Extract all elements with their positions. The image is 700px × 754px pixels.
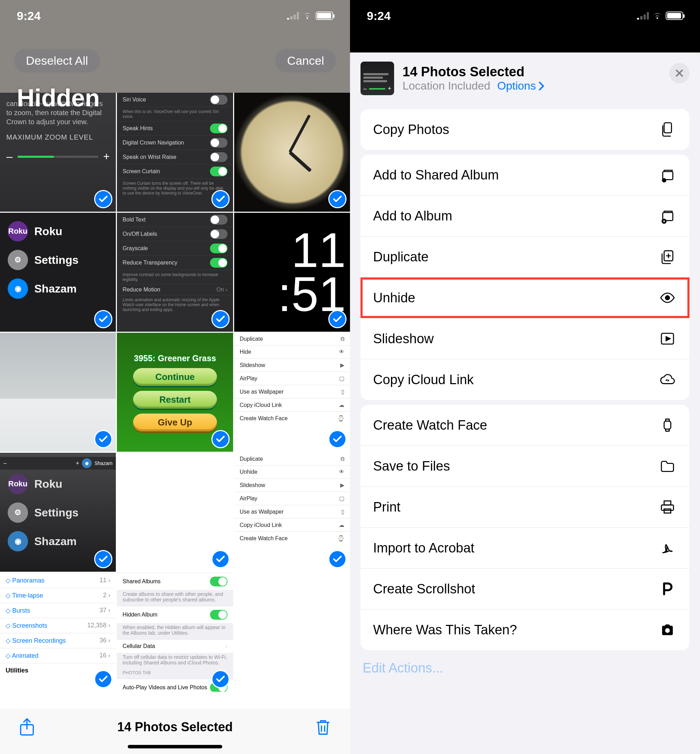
close-button[interactable] [669, 63, 689, 83]
selection-check-icon [328, 190, 347, 208]
svg-rect-11 [661, 505, 674, 510]
action-create-watch-face[interactable]: Create Watch Face [361, 405, 689, 445]
deselect-all-button[interactable]: Deselect All [14, 49, 100, 72]
photo-thumb[interactable]: 11 :51 [234, 213, 350, 332]
status-time: 9:24 [367, 9, 391, 23]
edit-actions-link[interactable]: Edit Actions... [350, 648, 700, 688]
photo-thumb[interactable]: RokuRoku⚙Settings◉Shazam [0, 213, 116, 332]
action-add-to-shared-album[interactable]: Add to Shared Album [361, 155, 689, 195]
play-icon [658, 330, 677, 347]
action-label: Copy Photos [373, 122, 449, 137]
folder-icon [658, 457, 677, 475]
action-label: Add to Shared Album [373, 168, 499, 183]
action-import-to-acrobat[interactable]: Import to Acrobat [361, 527, 689, 568]
cellular-icon [637, 12, 649, 20]
action-label: Import to Acrobat [373, 540, 474, 556]
status-time: 9:24 [17, 9, 41, 23]
selection-check-icon [211, 670, 230, 688]
action-label: Where Was This Taken? [373, 623, 517, 637]
status-bar: 9:24 [350, 0, 700, 31]
battery-icon [316, 11, 333, 20]
photo-grid: can double-tap with two fingers to zoom,… [0, 93, 350, 709]
photo-thumb[interactable] [117, 453, 233, 572]
selection-check-icon [94, 670, 112, 688]
photo-thumb[interactable]: Siri VoiceWhen this is on, VoiceOver wil… [117, 93, 233, 212]
cellular-icon [287, 12, 299, 20]
eye-icon [658, 289, 677, 306]
nav-bar: Deselect All Cancel [0, 49, 350, 72]
right-screen: 9:24 –+ 14 Photos Selected Location Incl… [350, 0, 700, 754]
action-label: Slideshow [373, 331, 434, 347]
photo-thumb[interactable]: Duplicate⧉Hide👁Slideshow▶AirPlay▢Use as … [234, 333, 350, 452]
svg-rect-12 [664, 501, 670, 505]
photo-thumb[interactable] [234, 93, 350, 212]
bottom-toolbar: 14 Photos Selected [0, 709, 350, 754]
action-label: Copy iCloud Link [373, 372, 473, 387]
action-label: Unhide [373, 290, 415, 306]
left-screen: 9:24 Deselect All Cancel Hidden can doub… [0, 0, 350, 754]
action-slideshow[interactable]: Slideshow [361, 318, 689, 359]
sheet-subtitle: Location Included [403, 80, 491, 92]
action-add-to-album[interactable]: Add to Album [361, 195, 689, 236]
add-album-icon [658, 208, 677, 224]
selection-check-icon [211, 550, 230, 568]
shared-album-icon [658, 167, 677, 183]
share-sheet: –+ 14 Photos Selected Location Included … [350, 53, 700, 754]
wifi-icon [302, 11, 313, 20]
action-create-scrollshot[interactable]: Create Scrollshot [361, 568, 689, 609]
svg-rect-13 [664, 509, 670, 513]
action-label: Save to Files [373, 459, 450, 474]
copy-icon [658, 121, 677, 138]
wifi-icon [652, 11, 663, 20]
photo-thumb[interactable]: –+◉ShazamRokuRoku⚙Settings◉Shazam [0, 453, 116, 572]
action-where-was-this-taken[interactable]: Where Was This Taken? [361, 609, 689, 650]
svg-point-4 [664, 179, 665, 181]
selection-check-icon [94, 190, 112, 208]
action-label: Add to Album [373, 209, 452, 223]
action-copy-icloud-link[interactable]: Copy iCloud Link [361, 359, 689, 400]
selection-check-icon [94, 550, 112, 568]
camera-icon [658, 621, 677, 638]
selection-count: 14 Photos Selected [117, 720, 233, 734]
trash-icon[interactable] [314, 718, 333, 737]
action-save-to-files[interactable]: Save to Files [361, 445, 689, 486]
svg-point-14 [665, 628, 670, 632]
action-label: Create Watch Face [373, 418, 487, 433]
status-icons [287, 11, 333, 20]
sheet-header: –+ 14 Photos Selected Location Included … [350, 53, 700, 104]
home-indicator [128, 745, 222, 748]
photo-thumb-empty [234, 573, 350, 692]
photo-thumb[interactable]: ◇ Panoramas11 ›◇ Time-lapse2 ›◇ Bursts37… [0, 573, 116, 692]
action-label: Create Scrollshot [373, 582, 475, 596]
share-icon[interactable] [17, 718, 36, 737]
action-unhide[interactable]: Unhide [361, 277, 689, 318]
action-label: Duplicate [373, 250, 428, 264]
battery-icon [666, 11, 683, 20]
header-thumbnail: –+ [361, 62, 394, 95]
action-duplicate[interactable]: Duplicate [361, 236, 689, 277]
svg-rect-1 [664, 123, 671, 133]
close-icon [675, 68, 684, 78]
action-print[interactable]: Print [361, 486, 689, 527]
duplicate-icon [658, 248, 677, 265]
photo-thumb[interactable]: Bold TextOn/Off LabelsGrayscaleReduce Tr… [117, 213, 233, 332]
photo-thumb[interactable]: Duplicate⧉Unhide👁Slideshow▶AirPlay▢Use a… [234, 453, 350, 572]
photo-thumb[interactable]: 3955: Greener Grass Continue Restart Giv… [117, 333, 233, 452]
photo-thumb[interactable] [0, 333, 116, 452]
cloud-link-icon [658, 371, 677, 388]
sheet-title: 14 Photos Selected [403, 64, 544, 80]
options-button[interactable]: Options [497, 80, 544, 92]
action-copy-photos[interactable]: Copy Photos [361, 109, 689, 150]
selection-check-icon [94, 430, 112, 448]
selection-check-icon [328, 310, 347, 328]
selection-check-icon [94, 310, 112, 328]
selection-check-icon [328, 430, 347, 448]
status-icons [637, 11, 683, 20]
watch-icon [658, 417, 677, 434]
acrobat-icon [658, 540, 677, 556]
selection-check-icon [328, 550, 347, 568]
status-bar: 9:24 [0, 0, 350, 31]
page-title: Hidden [17, 84, 100, 112]
photo-thumb[interactable]: Shared AlbumsCreate albums to share with… [117, 573, 233, 692]
cancel-button[interactable]: Cancel [275, 49, 336, 72]
